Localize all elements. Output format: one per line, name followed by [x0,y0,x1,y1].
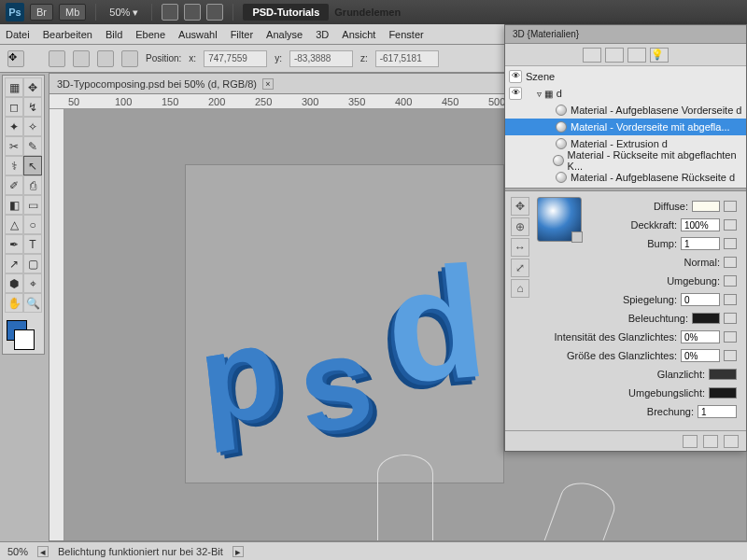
menu-3d[interactable]: 3D [316,29,329,40]
move-tool[interactable]: ▦ [5,77,23,97]
bump-input[interactable] [681,237,720,250]
transform-icon-4[interactable] [121,50,138,67]
position-z[interactable] [375,50,439,67]
brush-tool[interactable]: ✐ [5,175,23,195]
arrange-icon[interactable] [206,4,223,21]
ambient-swatch[interactable] [709,387,737,399]
eye-icon[interactable]: 👁 [509,70,522,83]
position-y[interactable] [289,50,353,67]
filter-light-icon[interactable]: 💡 [650,48,669,63]
transform-icon-3[interactable] [97,50,114,67]
menu-auswahl[interactable]: Auswahl [178,29,218,40]
minibridge-button[interactable]: Mb [59,4,86,21]
heal-tool[interactable]: ⚕ [5,156,23,175]
shape-tool[interactable]: ▢ [23,254,42,273]
stamp-tool[interactable]: ⎙ [23,175,42,195]
folder-icon[interactable] [724,219,737,231]
camera-tool[interactable]: ⌖ [23,273,42,293]
pan-icon[interactable]: ⊕ [511,217,529,236]
3d-tool[interactable]: ⬢ [5,273,23,293]
selection-tool[interactable]: ↖ [23,156,42,175]
path-tool[interactable]: ↗ [5,254,23,273]
screen-icon[interactable] [184,4,201,21]
status-next-icon[interactable]: ▸ [233,546,244,557]
color-swatches[interactable] [5,318,42,352]
tree-scene[interactable]: 👁Szene [505,68,746,85]
dodge-tool[interactable]: ○ [23,215,42,234]
home-icon[interactable]: ⌂ [511,279,529,298]
folder-icon[interactable] [724,238,737,249]
menu-fenster[interactable]: Fenster [388,29,423,40]
gradient-tool[interactable]: ▭ [23,195,42,215]
artboard-tool[interactable]: ✥ [23,77,42,97]
tree-material-3[interactable]: Material - Rückseite mit abgeflachten K.… [505,152,746,169]
close-tab-icon[interactable]: × [262,78,274,90]
diffuse-swatch[interactable] [692,201,720,212]
menu-bearbeiten[interactable]: Bearbeiten [43,29,92,40]
menu-ansicht[interactable]: Ansicht [342,29,375,40]
toggle-icon[interactable] [683,435,698,448]
workspace-essentials[interactable]: Grundelemen [334,7,401,18]
menu-filter[interactable]: Filter [231,29,253,40]
zoom-tool[interactable]: 🔍 [23,293,42,313]
position-x[interactable] [204,50,267,67]
new-icon[interactable] [703,435,718,448]
trash-icon[interactable] [724,435,739,448]
pen-tool[interactable]: ✒ [5,234,23,254]
material-icon [556,138,567,149]
folder-icon[interactable] [724,201,737,212]
hand-tool[interactable]: ✋ [5,293,23,313]
scale-icon[interactable]: ⤢ [511,259,529,277]
slide-icon[interactable]: ↔ [511,238,529,257]
eye-icon[interactable]: 👁 [509,87,522,100]
material-preview[interactable] [537,197,582,242]
gloss-size-input[interactable] [681,349,720,362]
illumination-swatch[interactable] [692,313,720,324]
tree-material-0[interactable]: Material - Aufgeblasene Vorderseite d [505,102,746,119]
tree-material-1[interactable]: Material - Vorderseite mit abgefla... [505,119,746,135]
menu-analyse[interactable]: Analyse [266,29,303,40]
view-icon[interactable] [162,4,178,21]
filter-material-icon[interactable] [627,48,646,63]
tree-root[interactable]: 👁▿ ▦ d [505,85,746,102]
transform-icon-2[interactable] [73,50,90,67]
opacity-input[interactable] [681,218,720,231]
3d-object[interactable]: p s d [186,214,549,527]
type-tool[interactable]: T [23,234,42,254]
filter-scene-icon[interactable] [583,48,601,63]
folder-icon[interactable] [724,275,737,287]
zoom-dropdown[interactable]: 50% ▾ [106,7,142,19]
quick-select-tool[interactable]: ✧ [23,117,42,136]
panel-tab-3d[interactable]: 3D {Materialien} [505,25,746,44]
specular-swatch[interactable] [709,369,737,380]
status-zoom[interactable]: 50% [7,546,28,557]
status-prev-icon[interactable]: ◂ [37,546,49,557]
transform-icon-1[interactable] [49,50,65,67]
menu-ebene[interactable]: Ebene [135,29,165,40]
folder-icon[interactable] [724,313,737,324]
crop-tool[interactable]: ✂ [5,136,23,156]
folder-icon[interactable] [724,331,737,343]
folder-icon[interactable] [724,294,737,305]
tree-material-4[interactable]: Material - Aufgeblasene Rückseite d [505,169,746,186]
menu-datei[interactable]: Datei [6,29,30,40]
eraser-tool[interactable]: ◧ [5,195,23,215]
bridge-button[interactable]: Br [30,4,53,21]
lasso-tool[interactable]: ↯ [23,97,42,117]
folder-icon[interactable] [724,257,737,268]
workspace-psd[interactable]: PSD-Tutorials [243,4,329,21]
background-swatch[interactable] [14,329,35,350]
refraction-input[interactable] [698,405,737,418]
wand-tool[interactable]: ✦ [5,117,23,136]
folder-icon[interactable] [724,350,737,361]
eyedropper-tool[interactable]: ✎ [23,136,42,156]
light-cone-1[interactable] [377,455,433,540]
menu-bild[interactable]: Bild [106,29,122,40]
reflection-input[interactable] [681,293,720,306]
blur-tool[interactable]: △ [5,215,23,234]
marquee-tool[interactable]: ◻ [5,97,23,117]
filter-mesh-icon[interactable] [605,48,624,63]
orbit-icon[interactable]: ✥ [511,197,529,216]
gloss-intensity-input[interactable] [681,330,720,343]
move-tool-icon[interactable]: ✥ [7,50,24,67]
